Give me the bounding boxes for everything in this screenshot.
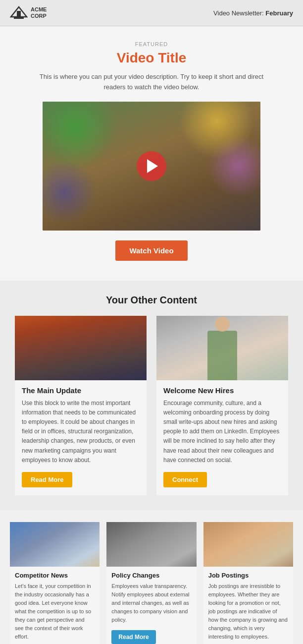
logo-area: ACME CORP (10, 6, 47, 20)
three-column-row: Competitor News Let's face it, your comp… (10, 522, 293, 644)
policy-changes-card: Policy Changes Employees value transpare… (106, 522, 196, 644)
acme-logo-icon (10, 6, 28, 20)
welcome-hires-text: Encourage community, culture, and a welc… (156, 399, 288, 465)
other-content-section: Your Other Content The Main Update Use t… (0, 281, 303, 510)
two-column-row: The Main Update Use this block to write … (15, 316, 288, 495)
video-thumbnail (43, 102, 260, 231)
three-col-section: Competitor News Let's face it, your comp… (0, 510, 303, 644)
main-update-title: The Main Update (15, 386, 147, 395)
play-button[interactable] (137, 151, 166, 181)
video-description: This is where you can put your video des… (30, 72, 273, 93)
person-head (215, 317, 230, 332)
policy-changes-btn-wrap: Read More (106, 630, 196, 644)
main-update-text: Use this block to write the most importa… (15, 399, 147, 465)
main-update-card: The Main Update Use this block to write … (15, 316, 147, 495)
job-postings-title: Job Postings (203, 572, 293, 579)
featured-label: FEATURED (30, 41, 273, 47)
policy-changes-text: Employees value transparency. Notify emp… (106, 582, 196, 624)
job-postings-text: Job postings are irresistible to employe… (203, 582, 293, 641)
play-triangle-icon (147, 159, 158, 173)
policy-changes-title: Policy Changes (106, 572, 196, 579)
header: ACME CORP Video Newsletter: February (0, 0, 303, 26)
other-content-heading: Your Other Content (15, 294, 288, 306)
welcome-hires-connect-button[interactable]: Connect (163, 472, 207, 487)
svg-rect-1 (14, 17, 24, 19)
competitor-news-card: Competitor News Let's face it, your comp… (10, 522, 100, 644)
competitor-news-text: Let's face it, your competition in the i… (10, 582, 100, 641)
featured-section: FEATURED Video Title This is where you c… (0, 26, 303, 281)
job-postings-image (203, 522, 293, 567)
policy-changes-image (106, 522, 196, 567)
svg-rect-2 (17, 11, 21, 17)
watch-video-button[interactable]: Watch Video (115, 240, 187, 261)
main-update-read-more-button[interactable]: Read More (22, 472, 72, 487)
policy-changes-read-more-button[interactable]: Read More (111, 630, 155, 644)
welcome-hires-card: Welcome New Hires Encourage community, c… (156, 316, 288, 495)
welcome-hires-image (156, 316, 288, 380)
competitor-news-title: Competitor News (10, 572, 100, 579)
main-update-image (15, 316, 147, 380)
welcome-hires-btn-wrap: Connect (156, 472, 288, 487)
job-postings-card: Job Postings Job postings are irresistib… (203, 522, 293, 644)
video-title: Video Title (30, 50, 273, 66)
competitor-news-image (10, 522, 100, 567)
email-wrapper: ACME CORP Video Newsletter: February FEA… (0, 0, 303, 644)
welcome-hires-title: Welcome New Hires (156, 386, 288, 395)
person-silhouette (207, 331, 237, 380)
main-update-btn-wrap: Read More (15, 472, 147, 487)
logo-text: ACME CORP (31, 6, 47, 19)
header-newsletter-title: Video Newsletter: February (213, 9, 293, 17)
